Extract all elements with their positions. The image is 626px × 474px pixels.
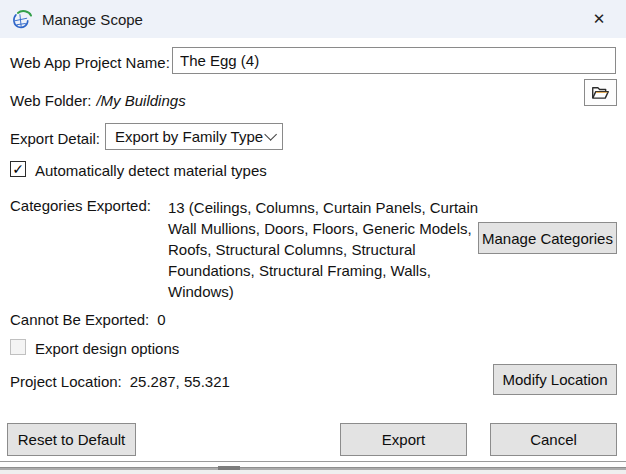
export-design-options-checkbox[interactable] <box>10 339 26 355</box>
project-location-label: Project Location: <box>10 373 122 390</box>
detect-materials-checkbox[interactable]: ✓ <box>10 161 26 177</box>
export-design-options-label: Export design options <box>35 340 179 357</box>
export-button[interactable]: Export <box>340 423 467 456</box>
web-folder-label: Web Folder: <box>10 92 91 109</box>
cancel-button[interactable]: Cancel <box>490 423 617 456</box>
close-icon[interactable]: ✕ <box>584 4 614 34</box>
title-bar: Manage Scope ✕ <box>0 0 626 38</box>
chevron-down-icon <box>264 128 277 141</box>
cannot-be-exported-row: Cannot Be Exported:0 <box>10 311 166 328</box>
project-name-input[interactable] <box>172 47 616 74</box>
export-detail-selected-value: Export by Family Type <box>115 128 263 145</box>
web-folder-row: Web Folder:/My Buildings <box>10 92 186 109</box>
reset-to-default-button[interactable]: Reset to Default <box>7 423 136 456</box>
export-detail-label: Export Detail: <box>10 130 100 147</box>
categories-exported-label: Categories Exported: <box>10 197 151 214</box>
checkmark-icon: ✓ <box>12 162 24 176</box>
modify-location-button[interactable]: Modify Location <box>493 364 617 395</box>
window-title: Manage Scope <box>42 11 143 28</box>
app-logo-icon <box>12 9 33 30</box>
background-window-edge <box>0 462 626 474</box>
web-folder-path: /My Buildings <box>96 92 185 109</box>
manage-scope-dialog: Manage Scope ✕ Web App Project Name: Web… <box>0 0 626 462</box>
project-location-value: 25.287, 55.321 <box>130 373 230 390</box>
cannot-be-exported-label: Cannot Be Exported: <box>10 311 149 328</box>
export-detail-select[interactable]: Export by Family Type <box>105 123 283 150</box>
background-window-surface <box>0 470 626 474</box>
categories-exported-value: 13 (Ceilings, Columns, Curtain Panels, C… <box>168 197 482 302</box>
cannot-be-exported-value: 0 <box>157 311 165 328</box>
detect-materials-label: Automatically detect material types <box>35 162 267 179</box>
folder-icon <box>591 85 610 100</box>
browse-folder-button[interactable] <box>584 79 617 106</box>
project-location-row: Project Location:25.287, 55.321 <box>10 373 230 390</box>
project-name-label: Web App Project Name: <box>10 54 170 71</box>
manage-categories-button[interactable]: Manage Categories <box>478 222 617 254</box>
